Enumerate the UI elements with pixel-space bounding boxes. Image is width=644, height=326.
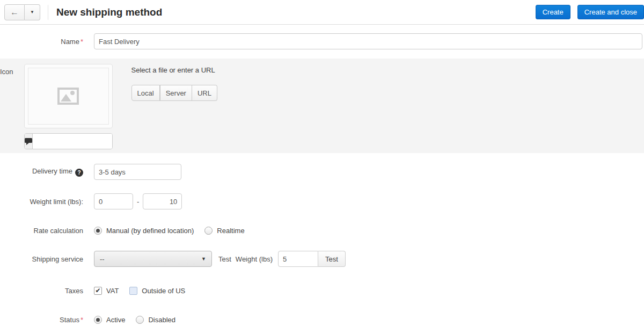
icon-section: Icon Select a file or enter a <box>0 59 644 153</box>
rate-option-realtime: Realtime <box>204 227 244 235</box>
status-row: Status* Active Disabled <box>0 316 644 324</box>
tab-url[interactable]: URL <box>192 85 217 101</box>
back-button-group: ← ▼ <box>4 4 40 20</box>
radio-active[interactable] <box>94 316 102 324</box>
status-option-disabled: Disabled <box>136 316 175 324</box>
weight-limit-row: Weight limit (lbs): - <box>0 193 644 209</box>
create-button[interactable]: Create <box>536 5 570 19</box>
required-asterisk: * <box>80 38 83 46</box>
delivery-time-row: Delivery time? <box>0 164 644 180</box>
test-button[interactable]: Test <box>318 251 346 267</box>
rate-calculation-label: Rate calculation <box>0 227 83 235</box>
tax-option-outside-us: ✔ Outside of US <box>129 287 185 295</box>
name-label: Name* <box>0 38 83 46</box>
page-title: New shipping method <box>56 6 162 18</box>
toolbar-divider <box>48 5 48 20</box>
selected-option: -- <box>100 255 105 263</box>
back-button[interactable]: ← <box>4 4 25 20</box>
shipping-service-label: Shipping service <box>0 255 83 263</box>
name-input[interactable] <box>94 33 642 49</box>
weight-min-input[interactable] <box>94 193 133 209</box>
test-label: Test <box>218 255 231 263</box>
test-weight-label: Weight (lbs) <box>236 255 273 263</box>
weight-max-input[interactable] <box>143 193 182 209</box>
back-dropdown-button[interactable]: ▼ <box>25 4 40 20</box>
tax-option-vat: ✔ VAT <box>94 287 119 295</box>
help-icon[interactable]: ? <box>75 169 83 177</box>
shipping-service-row: Shipping service -- ▼ Test Weight (lbs) … <box>0 251 644 267</box>
taxes-row: Taxes ✔ VAT ✔ Outside of US <box>0 287 644 295</box>
chevron-down-icon: ▼ <box>30 10 34 15</box>
vat-checkbox[interactable]: ✔ <box>94 287 102 295</box>
rate-option-manual: Manual (by defined location) <box>94 227 194 235</box>
status-option-active: Active <box>94 316 125 324</box>
radio-realtime[interactable] <box>204 227 213 235</box>
icon-alt-text-input[interactable] <box>33 134 113 149</box>
icon-upload-dropzone[interactable] <box>24 64 113 128</box>
range-separator: - <box>137 198 139 206</box>
image-placeholder-icon <box>57 87 79 105</box>
tab-server[interactable]: Server <box>160 85 192 101</box>
name-field-row: Name* <box>0 25 644 59</box>
uploader-source-tabs: Local Server URL <box>131 85 217 101</box>
radio-manual[interactable] <box>94 227 102 235</box>
outside-us-checkbox[interactable]: ✔ <box>129 287 137 295</box>
rate-calculation-row: Rate calculation Manual (by defined loca… <box>0 227 644 235</box>
weight-limit-label: Weight limit (lbs): <box>0 198 83 206</box>
test-weight-input[interactable] <box>278 251 318 267</box>
back-arrow-icon: ← <box>10 8 19 17</box>
uploader-prompt: Select a file or enter a URL <box>131 66 217 74</box>
taxes-label: Taxes <box>0 287 83 295</box>
delivery-time-label: Delivery time? <box>0 167 83 177</box>
status-label: Status* <box>0 316 83 324</box>
radio-disabled[interactable] <box>136 316 144 324</box>
test-weight-group: Test <box>278 251 346 267</box>
shipping-service-select[interactable]: -- ▼ <box>94 251 212 267</box>
top-toolbar: ← ▼ New shipping method Create Create an… <box>0 0 644 25</box>
create-and-close-button[interactable]: Create and close <box>577 5 644 19</box>
comment-icon <box>25 138 32 145</box>
icon-alt-text-group <box>24 133 113 149</box>
delivery-time-input[interactable] <box>94 164 181 180</box>
icon-label: Icon <box>0 64 13 153</box>
select-caret-icon: ▼ <box>201 256 206 262</box>
toolbar-actions: Create Create and close <box>529 5 644 19</box>
required-asterisk: * <box>80 316 83 324</box>
tab-local[interactable]: Local <box>131 85 160 101</box>
